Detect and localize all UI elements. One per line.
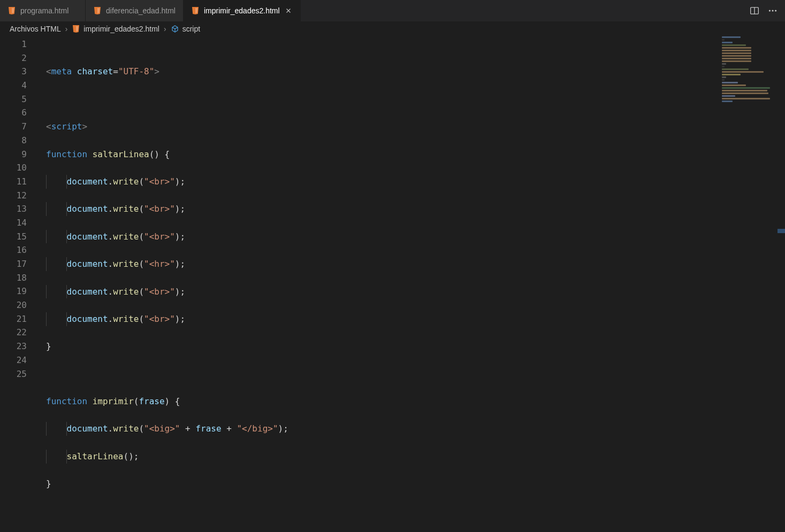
code-line: <script> <box>46 120 785 134</box>
line-number: 5 <box>0 92 27 106</box>
line-number: 13 <box>0 202 27 216</box>
line-number: 11 <box>0 175 27 189</box>
code-line: document.write("<big>" + frase + "</big>… <box>46 422 785 436</box>
symbol-icon <box>171 25 179 33</box>
line-number-gutter: 1234567891011121314151617181920212223242… <box>0 36 39 532</box>
tab-imprimir-edades2[interactable]: imprimir_edades2.html <box>184 0 301 21</box>
line-number: 4 <box>0 79 27 92</box>
code-line: } <box>46 340 785 353</box>
code-line: function saltarLinea() { <box>46 148 785 161</box>
svg-point-2 <box>769 10 771 11</box>
code-content[interactable]: <meta charset="UTF-8"> <script> function… <box>39 36 785 532</box>
breadcrumb-folder[interactable]: Archivos HTML <box>10 25 61 33</box>
tab-label: imprimir_edades2.html <box>204 6 280 15</box>
code-line: <meta charset="UTF-8"> <box>46 65 785 79</box>
svg-point-4 <box>775 10 776 11</box>
tab-diferencia-edad[interactable]: diferencia_edad.html <box>86 0 184 21</box>
line-number: 19 <box>0 284 27 298</box>
line-number: 16 <box>0 243 27 257</box>
code-line: saltarLinea(); <box>46 450 785 464</box>
code-line <box>46 367 785 381</box>
html-file-icon <box>7 6 16 15</box>
html-file-icon <box>191 6 200 15</box>
editor-actions <box>750 0 785 21</box>
tab-bar: programa.html diferencia_edad.html impri… <box>0 0 785 21</box>
line-number: 8 <box>0 134 27 148</box>
tab-programa[interactable]: programa.html <box>0 0 86 21</box>
line-number: 1 <box>0 37 27 51</box>
chevron-right-icon: › <box>64 25 69 33</box>
code-line: document.write("<br>"); <box>46 285 785 299</box>
breadcrumb-symbol[interactable]: script <box>171 25 200 33</box>
chevron-right-icon: › <box>163 25 167 33</box>
code-line <box>46 92 785 106</box>
line-number: 18 <box>0 271 27 285</box>
breadcrumb-label: script <box>182 25 200 33</box>
code-line: document.write("<br>"); <box>46 230 785 244</box>
line-number: 25 <box>0 367 27 381</box>
breadcrumb-label: imprimir_edades2.html <box>83 25 159 33</box>
code-line: document.write("<hr>"); <box>46 257 785 271</box>
html-file-icon <box>72 25 80 33</box>
line-number: 20 <box>0 298 27 312</box>
code-line <box>46 505 785 519</box>
overview-ruler[interactable] <box>778 36 785 532</box>
line-number: 12 <box>0 189 27 203</box>
line-number: 3 <box>0 65 27 79</box>
breadcrumb-file[interactable]: imprimir_edades2.html <box>72 25 159 33</box>
line-number: 2 <box>0 51 27 65</box>
line-number: 24 <box>0 353 27 367</box>
more-actions-icon[interactable] <box>768 6 778 16</box>
line-number: 7 <box>0 120 27 134</box>
split-editor-icon[interactable] <box>750 6 759 16</box>
html-file-icon <box>93 6 102 15</box>
line-number: 23 <box>0 340 27 353</box>
tab-label: programa.html <box>20 6 68 15</box>
code-line: function imprimir(frase) { <box>46 395 785 408</box>
code-line: document.write("<br>"); <box>46 175 785 189</box>
line-number: 15 <box>0 230 27 244</box>
line-number: 17 <box>0 257 27 271</box>
overview-mark <box>778 229 785 233</box>
line-number: 22 <box>0 326 27 340</box>
breadcrumb-label: Archivos HTML <box>10 25 61 33</box>
code-editor[interactable]: 1234567891011121314151617181920212223242… <box>0 36 785 532</box>
code-line: } <box>46 477 785 491</box>
tab-label: diferencia_edad.html <box>106 6 176 15</box>
line-number: 9 <box>0 148 27 161</box>
breadcrumb: Archivos HTML › imprimir_edades2.html › … <box>0 21 785 36</box>
line-number: 10 <box>0 161 27 175</box>
line-number: 6 <box>0 106 27 120</box>
code-line: document.write("<br>"); <box>46 202 785 216</box>
close-icon[interactable] <box>284 6 293 15</box>
code-line: document.write("<br>"); <box>46 312 785 326</box>
line-number: 21 <box>0 312 27 326</box>
svg-point-3 <box>772 10 773 11</box>
line-number: 14 <box>0 216 27 230</box>
